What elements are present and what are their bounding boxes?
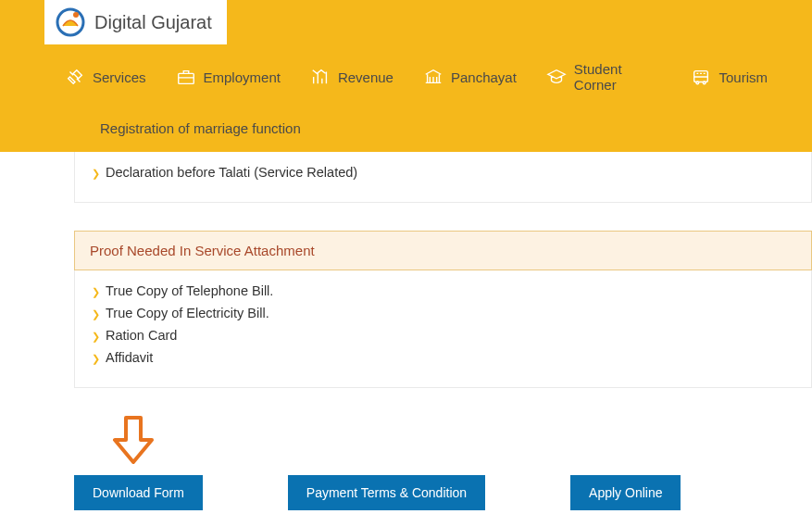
nav-employment[interactable]: Employment — [176, 67, 281, 87]
logo-bar: Digital Gujarat — [0, 0, 812, 44]
item-text: Ration Card — [106, 328, 177, 343]
list-item[interactable]: ❯ Affidavit — [92, 346, 794, 369]
item-text: True Copy of Telephone Bill. — [106, 283, 273, 298]
section-title: Proof Needed In Service Attachment — [90, 243, 315, 258]
graduation-cap-icon — [546, 67, 567, 87]
payment-terms-button[interactable]: Payment Terms & Condition — [288, 475, 485, 510]
svg-point-4 — [696, 81, 699, 84]
nav-bar: Services Employment Revenue Panchayat St… — [0, 44, 812, 109]
content: ❯ Declaration before Talati (Service Rel… — [0, 152, 812, 514]
chevron-right-icon: ❯ — [92, 168, 100, 180]
building-icon — [423, 67, 443, 87]
nav-label: Tourism — [718, 69, 768, 85]
section-1-list: ❯ Declaration before Talati (Service Rel… — [74, 152, 812, 203]
nav-label: Student Corner — [574, 61, 662, 93]
section-2-list: ❯ True Copy of Telephone Bill. ❯ True Co… — [74, 270, 812, 388]
list-item[interactable]: ❯ True Copy of Telephone Bill. — [92, 280, 794, 302]
svg-point-1 — [73, 12, 79, 18]
item-text: True Copy of Electricity Bill. — [106, 306, 269, 320]
briefcase-icon — [176, 67, 196, 87]
svg-point-5 — [704, 81, 706, 84]
download-form-button[interactable]: Download Form — [74, 475, 203, 510]
nav-label: Services — [93, 69, 146, 85]
nav-revenue[interactable]: Revenue — [310, 67, 394, 87]
list-item[interactable]: ❯ True Copy of Electricity Bill. — [92, 302, 794, 324]
svg-rect-2 — [178, 73, 194, 83]
nav-label: Employment — [204, 69, 281, 85]
nav-label: Revenue — [338, 69, 394, 85]
tools-icon — [65, 67, 85, 87]
list-item[interactable]: ❯ Ration Card — [92, 324, 794, 346]
digital-gujarat-logo-icon — [56, 7, 85, 37]
logo-box[interactable]: Digital Gujarat — [44, 0, 227, 44]
chevron-right-icon: ❯ — [92, 331, 100, 343]
list-item[interactable]: ❯ Declaration before Talati (Service Rel… — [92, 161, 794, 183]
button-row: Download Form Payment Terms & Condition … — [74, 475, 812, 514]
nav-tourism[interactable]: Tourism — [691, 67, 768, 87]
chevron-right-icon: ❯ — [92, 308, 100, 320]
item-text: Affidavit — [106, 350, 153, 365]
down-arrow-annotation — [111, 416, 812, 468]
nav-label: Panchayat — [451, 69, 517, 85]
nav-panchayat[interactable]: Panchayat — [423, 67, 517, 87]
header: Digital Gujarat Services Employment Reve… — [0, 0, 812, 152]
chevron-right-icon: ❯ — [92, 353, 100, 365]
bus-icon — [691, 67, 711, 87]
chart-icon — [310, 67, 331, 87]
breadcrumb: Registration of marriage function — [0, 109, 812, 152]
apply-online-button[interactable]: Apply Online — [570, 475, 681, 510]
nav-student-corner[interactable]: Student Corner — [546, 61, 662, 93]
breadcrumb-text: Registration of marriage function — [100, 120, 301, 136]
nav-services[interactable]: Services — [65, 67, 146, 87]
item-text: Declaration before Talati (Service Relat… — [106, 165, 357, 180]
chevron-right-icon: ❯ — [92, 286, 100, 298]
logo-text: Digital Gujarat — [94, 12, 212, 33]
section-header: Proof Needed In Service Attachment — [74, 231, 812, 270]
